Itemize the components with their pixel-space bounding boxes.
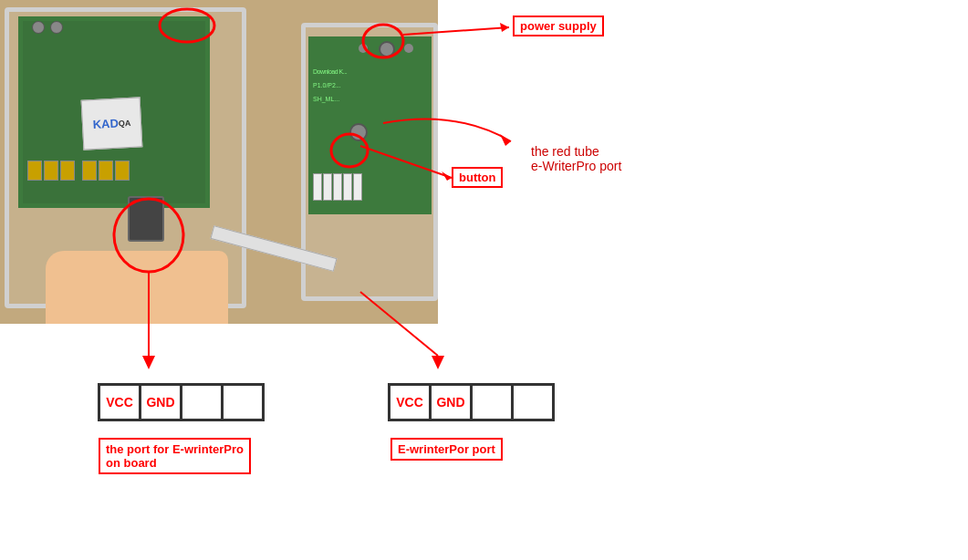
right-pin3 [470,383,514,421]
svg-marker-12 [500,134,511,146]
right-pin4 [511,383,555,421]
svg-marker-11 [432,356,444,369]
kad-sticker: KADQA [81,97,143,150]
left-pin3 [180,383,224,421]
red-tube-label: the red tube e-WriterPro port [531,144,621,173]
button-label: button [452,167,503,188]
cable-connector [128,196,164,242]
right-connector-on-pcb [82,161,130,181]
button-component [349,123,368,141]
power-supply-text: power supply [520,19,597,33]
svg-marker-2 [500,23,509,32]
hand [46,251,228,324]
right-connector-label: E-wrinterPor port [390,438,503,461]
left-connector-diagram: VCC GND [100,383,265,421]
right-vcc-pin: VCC [388,383,432,421]
left-connector-pins: VCC GND [100,383,265,421]
right-pcb: Download K... P1.0/P2... SH_ML... [308,36,432,214]
power-supply-label: power supply [513,16,604,36]
right-connector-pins: VCC GND [390,383,555,421]
right-pcb-connector [313,173,362,201]
svg-marker-5 [442,171,452,181]
left-connector-label: the port for E-wrinterPro on board [99,438,251,474]
right-connector-diagram: VCC GND [390,383,555,421]
right-gnd-pin: GND [429,383,473,421]
left-connector-on-pcb [27,161,75,181]
left-pcb: KADQA [18,16,210,208]
left-pin4 [221,383,265,421]
svg-marker-9 [142,356,155,369]
button-text: button [459,171,495,184]
left-gnd-pin: GND [139,383,182,421]
top-component [379,41,395,57]
left-vcc-pin: VCC [98,383,141,421]
photo-area: KADQA Download K... P1.0/P2... SH_ML... [0,0,438,324]
